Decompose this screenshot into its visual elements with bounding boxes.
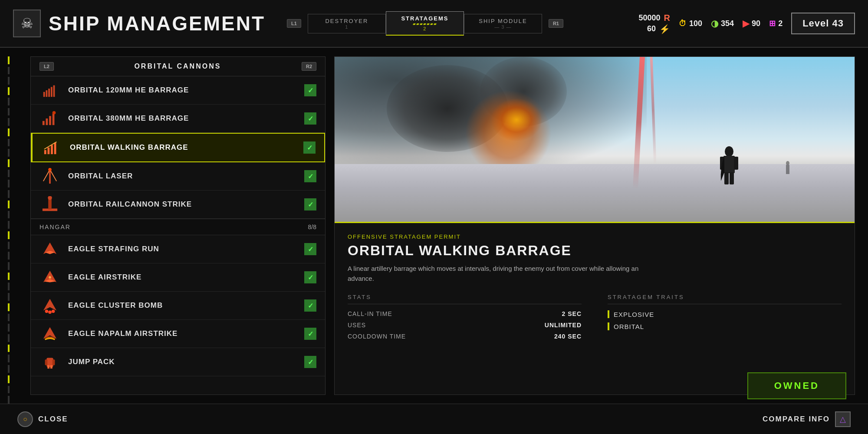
trait-bar [608,310,609,318]
resource-4-value: 90 [752,19,760,28]
callin-label: CALL-IN TIME [348,310,392,317]
owned-check-9 [304,356,316,368]
list-item[interactable]: EAGLE AIRSTRIKE [31,263,325,292]
list-item[interactable]: ORBITAL 380MM HE BARRAGE [31,105,325,133]
stat-row-uses: USES UNLIMITED [348,322,582,329]
trait-explosive: EXPLOSIVE [608,310,842,318]
close-label: CLOSE [38,415,68,424]
compare-btn-triangle[interactable]: △ [835,411,851,427]
list-item-selected[interactable]: ORBITAL WALKING BARRAGE [31,133,325,162]
traits-section: STRATAGEM TRAITS EXPLOSIVE ORBITAL [608,294,842,344]
traits-title: STRATAGEM TRAITS [608,294,842,304]
eagle-strafing-icon [39,240,60,258]
hangar-header: HANGAR 8/8 [31,219,325,235]
svg-rect-8 [53,114,55,125]
skull-icon: ☠ [13,10,41,37]
svg-rect-44 [730,172,734,184]
list-item[interactable]: ORBITAL RAILCANNON STRIKE [31,191,325,219]
svg-rect-1 [46,90,48,97]
resource-req1-value: 50000 [639,13,661,23]
btn-l1[interactable]: L1 [287,19,301,28]
bottom-bar: ○ CLOSE COMPARE INFO △ [0,404,868,434]
svg-line-17 [50,170,56,181]
nav-tabs: L1 DESTROYER 1 STRATAGEMS ▰▰▰▰▰▰▰ 2 SHIP… [287,11,563,36]
resources-bar: 50000 R 60 ⚡ ⏱ 100 ◑ 354 ▶ 90 ⊞ 2 Level … [639,13,855,34]
svg-rect-40 [723,156,735,173]
orbital-railcannon-label: ORBITAL RAILCANNON STRIKE [68,200,300,209]
owned-check-7 [304,299,316,312]
btn-r1[interactable]: R1 [549,19,563,28]
uses-value: UNLIMITED [545,322,582,329]
stat-row-callin: CALL-IN TIME 2 SEC [348,310,582,317]
tab-destroyer-label: DESTROYER [325,18,368,24]
stat-row-cooldown: COOLDOWN TIME 240 SEC [348,333,582,340]
tab-ship-module[interactable]: SHIP MODULE — 3 — [464,14,542,33]
list-item[interactable]: ORBITAL LASER [31,162,325,191]
cooldown-value: 240 SEC [554,333,582,340]
trait-orbital-name: ORBITAL [614,323,644,330]
left-deco [0,48,17,404]
svg-point-45 [786,161,789,165]
owned-check-8 [304,328,316,340]
list-item[interactable]: EAGLE STRAFING RUN [31,235,325,263]
tab-stratagems-label: STRATAGEMS [401,15,448,22]
svg-point-31 [48,310,52,314]
svg-rect-13 [54,143,56,155]
orbital-380-icon [39,110,60,127]
detail-section: OFFENSIVE STRATAGEM PERMIT ORBITAL WALKI… [335,223,855,395]
tab-stratagems-num: 2 [423,26,426,31]
stratagem-detail-name: ORBITAL WALKING BARRAGE [348,243,842,259]
eagle-napalm-label: EAGLE NAPALM AIRSTRIKE [68,329,300,338]
orbital-laser-label: ORBITAL LASER [68,172,300,181]
svg-point-39 [725,146,733,157]
svg-rect-37 [47,365,49,369]
tab-destroyer[interactable]: DESTROYER 1 [308,14,386,33]
resource-2: ⏱ 100 [679,19,702,28]
orbital-walking-label: ORBITAL WALKING BARRAGE [70,143,299,152]
orbital-walking-icon [41,139,62,156]
resource-5-value: 2 [778,19,783,28]
list-item[interactable]: EAGLE NAPALM AIRSTRIKE [31,320,325,348]
resource-req2: 60 ⚡ [647,24,670,34]
svg-rect-38 [50,365,53,369]
resource-arrow-icon: ▶ [743,18,749,29]
resource-r-icon: R [664,13,670,23]
svg-rect-42 [734,157,738,170]
owned-button[interactable]: OWNED [747,372,846,399]
eagle-airstrike-icon [39,269,60,286]
hangar-title: HANGAR [39,224,71,230]
svg-point-30 [45,310,49,313]
compare-action[interactable]: COMPARE INFO △ [763,411,851,427]
owned-check-2 [303,141,316,154]
callin-value: 2 SEC [562,310,582,317]
cooldown-label: COOLDOWN TIME [348,333,406,340]
list-item[interactable]: JUMP PACK [31,348,325,376]
orbital-cannons-title: ORBITAL CANNONS [134,62,221,70]
eagle-strafing-label: EAGLE STRAFING RUN [68,245,300,253]
btn-l2[interactable]: L2 [39,62,54,71]
svg-point-18 [48,168,52,171]
svg-rect-36 [53,359,55,365]
svg-rect-48 [788,171,789,174]
hangar-count: 8/8 [308,224,316,230]
right-panel: OFFENSIVE STRATAGEM PERMIT ORBITAL WALKI… [334,56,855,395]
btn-r2[interactable]: R2 [302,62,316,71]
svg-rect-35 [45,359,48,365]
tab-stratagems[interactable]: STRATAGEMS ▰▰▰▰▰▰▰ 2 [386,11,464,36]
resource-req2-value: 60 [647,24,656,33]
list-item[interactable]: EAGLE CLUSTER BOMB [31,292,325,320]
close-btn-circle[interactable]: ○ [17,411,33,427]
orbital-cannons-header: L2 ORBITAL CANNONS R2 [31,57,325,76]
list-item[interactable]: ORBITAL 120MM HE BARRAGE [31,76,325,105]
left-panel: L2 ORBITAL CANNONS R2 ORBITAL 120MM HE B… [30,56,326,395]
level-badge: Level 43 [791,13,855,34]
trait-explosive-name: EXPLOSIVE [614,311,654,318]
items-list[interactable]: ORBITAL 120MM HE BARRAGE ORBITAL 380MM H… [31,76,325,395]
stats-title: STATS [348,294,582,304]
svg-rect-11 [48,148,50,154]
svg-rect-10 [44,150,46,155]
stratagem-image [335,57,855,222]
close-action[interactable]: ○ CLOSE [17,411,68,427]
resource-grid-icon: ⊞ [769,19,776,28]
resource-group-req: 50000 R 60 ⚡ [639,13,671,34]
